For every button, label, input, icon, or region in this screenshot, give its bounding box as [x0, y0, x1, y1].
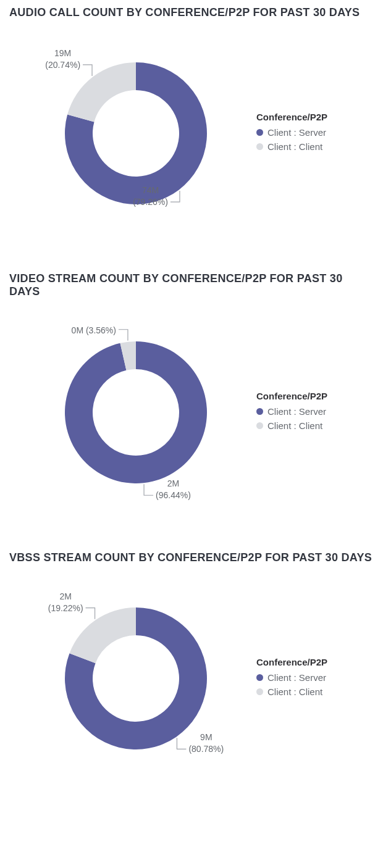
legend-swatch-icon — [256, 408, 263, 415]
slice-data-label: 0M (3.56%) — [72, 325, 116, 336]
chart-panel: AUDIO CALL COUNT BY CONFERENCE/P2P FOR P… — [0, 0, 383, 266]
legend-title: Conference/P2P — [256, 391, 374, 401]
slice-data-label: 2M(19.22%) — [48, 591, 83, 614]
chart-title: VBSS STREAM COUNT BY CONFERENCE/P2P FOR … — [9, 551, 374, 564]
legend-item: Client : Server — [256, 406, 374, 417]
chart-area: 74M(79.26%)19M(20.74%) — [9, 31, 256, 235]
chart-title: AUDIO CALL COUNT BY CONFERENCE/P2P FOR P… — [9, 6, 374, 19]
chart-panel: VBSS STREAM COUNT BY CONFERENCE/P2P FOR … — [0, 545, 383, 811]
donut-slice — [67, 62, 136, 122]
legend-item: Client : Client — [256, 141, 374, 152]
legend-label: Client : Client — [267, 420, 322, 431]
chart-area: 2M(96.44%)0M (3.56%) — [9, 311, 256, 514]
legend-label: Client : Client — [267, 686, 322, 697]
chart-legend: Conference/P2PClient : ServerClient : Cl… — [256, 112, 374, 156]
legend-item: Client : Client — [256, 686, 374, 697]
slice-data-label: 2M(96.44%) — [156, 478, 191, 501]
donut-chart — [9, 311, 256, 514]
legend-item: Client : Server — [256, 672, 374, 683]
legend-title: Conference/P2P — [256, 657, 374, 667]
legend-label: Client : Server — [267, 672, 326, 683]
slice-data-label: 19M(20.74%) — [45, 48, 80, 71]
legend-swatch-icon — [256, 129, 263, 136]
chart-legend: Conference/P2PClient : ServerClient : Cl… — [256, 657, 374, 701]
chart-row: 74M(79.26%)19M(20.74%)Conference/P2PClie… — [9, 31, 374, 235]
legend-swatch-icon — [256, 143, 263, 150]
chart-legend: Conference/P2PClient : ServerClient : Cl… — [256, 391, 374, 435]
slice-data-label: 74M(79.26%) — [133, 185, 168, 208]
chart-row: 2M(96.44%)0M (3.56%)Conference/P2PClient… — [9, 311, 374, 514]
donut-slice — [70, 607, 136, 663]
legend-label: Client : Server — [267, 127, 326, 138]
legend-title: Conference/P2P — [256, 112, 374, 122]
legend-swatch-icon — [256, 688, 263, 695]
legend-swatch-icon — [256, 674, 263, 681]
legend-label: Client : Client — [267, 141, 322, 152]
chart-title: VIDEO STREAM COUNT BY CONFERENCE/P2P FOR… — [9, 272, 374, 298]
chart-panel: VIDEO STREAM COUNT BY CONFERENCE/P2P FOR… — [0, 266, 383, 545]
slice-data-label: 9M(80.78%) — [188, 732, 224, 755]
legend-item: Client : Server — [256, 127, 374, 138]
legend-label: Client : Server — [267, 406, 326, 417]
chart-area: 9M(80.78%)2M(19.22%) — [9, 577, 256, 780]
legend-swatch-icon — [256, 422, 263, 429]
legend-item: Client : Client — [256, 420, 374, 431]
chart-row: 9M(80.78%)2M(19.22%)Conference/P2PClient… — [9, 577, 374, 780]
